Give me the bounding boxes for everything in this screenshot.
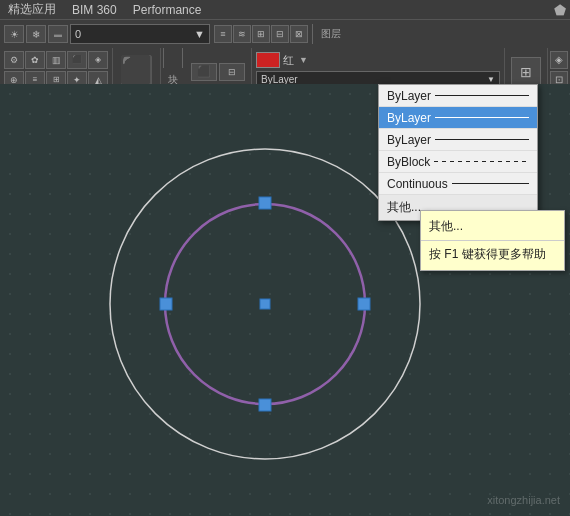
linetype-bylayer3[interactable]: ByLayer xyxy=(379,129,537,151)
layer-icon-2[interactable]: ❄ xyxy=(26,25,46,43)
menu-bar: 精选应用 BIM 360 Performance ⬟ xyxy=(0,0,570,20)
lt-line-5 xyxy=(452,183,529,184)
layer-icon-c[interactable]: ⊞ xyxy=(252,25,270,43)
sep2 xyxy=(163,48,164,68)
lt-label-5: Continuous xyxy=(387,177,448,191)
prop-icon-2[interactable]: ⊟ xyxy=(219,63,245,81)
color-label: 红 xyxy=(283,53,294,68)
handle-right xyxy=(358,298,370,310)
sep1 xyxy=(312,24,313,44)
menu-item-jingxuan[interactable]: 精选应用 xyxy=(4,1,60,18)
lt-label-1: ByLayer xyxy=(387,89,431,103)
lt-label-3: ByLayer xyxy=(387,133,431,147)
lt-line-2 xyxy=(435,117,529,118)
properties-row1: ⬛ ⊟ xyxy=(191,63,245,81)
color-dropdown-arrow[interactable]: ▼ xyxy=(299,55,308,65)
context-divider xyxy=(421,240,564,241)
color-row: 红 ▼ xyxy=(256,52,500,68)
nav-arrows[interactable]: ⬟ xyxy=(554,2,566,18)
linetype-byblock[interactable]: ByBlock xyxy=(379,151,537,173)
tb-icon-2[interactable]: ✿ xyxy=(25,51,45,69)
layer-label: 图层 xyxy=(321,27,341,41)
sep3 xyxy=(182,48,183,68)
bylayer-arrow1: ▼ xyxy=(487,75,495,84)
context-other[interactable]: 其他... xyxy=(421,215,564,238)
layer-icon-3[interactable]: ▬ xyxy=(48,25,68,43)
toolbar-row1: ☀ ❄ ▬ 0 ▼ ≡ ≋ ⊞ ⊟ ⊠ 图层 xyxy=(0,20,570,48)
linetype-continuous[interactable]: Continuous xyxy=(379,173,537,195)
linetype-bylayer1[interactable]: ByLayer xyxy=(379,85,537,107)
lt-line-3 xyxy=(435,139,529,140)
layer-dropdown[interactable]: 0 ▼ xyxy=(70,24,210,44)
layer-icon-e[interactable]: ⊠ xyxy=(290,25,308,43)
layer-dropdown-arrow: ▼ xyxy=(194,28,205,40)
group-icon[interactable]: ⊞ xyxy=(511,57,541,87)
bylayer-val1: ByLayer xyxy=(261,74,298,85)
handle-center xyxy=(260,299,270,309)
insert-block-icon: ⬛ xyxy=(119,57,154,85)
linetype-bylayer2-selected[interactable]: ByLayer xyxy=(379,107,537,129)
tb-icon-1[interactable]: ⚙ xyxy=(4,51,24,69)
layer-extra-icons: ≡ ≋ ⊞ ⊟ ⊠ xyxy=(214,25,308,43)
linetype-panel: ByLayer ByLayer ByLayer ByBlock Continuo… xyxy=(378,84,538,221)
tb-icon-4[interactable]: ⬛ xyxy=(67,51,87,69)
menu-item-bim360[interactable]: BIM 360 xyxy=(68,3,121,17)
layer-icon-b[interactable]: ≋ xyxy=(233,25,251,43)
right-icon-1[interactable]: ◈ xyxy=(550,51,568,69)
handle-bottom xyxy=(259,399,271,411)
lt-line-4 xyxy=(434,161,529,162)
tb-icon-5[interactable]: ◈ xyxy=(88,51,108,69)
menu-item-performance[interactable]: Performance xyxy=(129,3,206,17)
prop-icon-1[interactable]: ⬛ xyxy=(191,63,217,81)
layer-icon-d[interactable]: ⊟ xyxy=(271,25,289,43)
color-swatch[interactable] xyxy=(256,52,280,68)
lt-label-2: ByLayer xyxy=(387,111,431,125)
handle-left xyxy=(160,298,172,310)
lt-label-4: ByBlock xyxy=(387,155,430,169)
context-help[interactable]: 按 F1 键获得更多帮助 xyxy=(421,243,564,266)
layer-icon-1[interactable]: ☀ xyxy=(4,25,24,43)
layer-icon-a[interactable]: ≡ xyxy=(214,25,232,43)
tb-icon-3[interactable]: ▥ xyxy=(46,51,66,69)
icon-row-1: ⚙ ✿ ▥ ⬛ ◈ xyxy=(4,51,108,69)
layer-value: 0 xyxy=(75,28,81,40)
handle-top xyxy=(259,197,271,209)
context-popup: 其他... 按 F1 键获得更多帮助 xyxy=(420,210,565,271)
lt-line-1 xyxy=(435,95,529,96)
layer-controls: ☀ ❄ ▬ 0 ▼ ≡ ≋ ⊞ ⊟ ⊠ xyxy=(4,24,308,44)
